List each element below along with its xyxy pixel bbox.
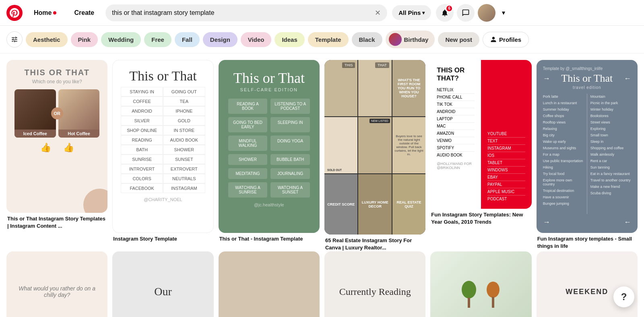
chip-video[interactable]: Video: [241, 32, 272, 47]
search-clear-icon[interactable]: ✕: [375, 8, 381, 17]
birthday-thumbnail: [389, 33, 402, 46]
chip-ideas[interactable]: Ideas: [275, 32, 304, 47]
pin-title-6: Fun Instagram story templates - Small th…: [537, 235, 638, 250]
account-chevron[interactable]: ▾: [499, 4, 508, 22]
p3-item: SLEEPING IN: [270, 117, 310, 132]
p5-row-r: YOUTUBE: [487, 130, 525, 138]
p5-row: LAPTOP: [437, 115, 475, 123]
p2-item: NEUTRALS: [163, 174, 205, 183]
filter-bar: Aesthetic Pink Wedding Free Fall Design …: [0, 26, 644, 54]
pin-image-3: This or That SELF-CARE EDITION READING A…: [219, 60, 320, 233]
filter-icon-button[interactable]: [6, 31, 23, 47]
bottom-pin-row: What would you rather do on a chilly day…: [6, 251, 638, 317]
messages-button[interactable]: [457, 4, 475, 22]
pin-image-1: THIS OR THAT Which one do you like? Iced…: [6, 60, 107, 213]
p3-grid: READING A BOOK LISTENING TO A PODCAST GO…: [228, 99, 310, 198]
bottom-pin-2[interactable]: Our: [112, 251, 213, 317]
create-label: Create: [74, 9, 94, 16]
search-input[interactable]: [112, 9, 372, 16]
pin-card-2[interactable]: This or That STAYING IN GOING OUT COFFEE…: [112, 60, 213, 243]
main-content: THIS OR THAT Which one do you like? Iced…: [0, 54, 644, 317]
p6-item: Pork latte: [543, 94, 584, 99]
pin-image-6: Template by @_smallthings_inlife → This …: [537, 60, 638, 233]
pinterest-logo[interactable]: [6, 5, 23, 21]
bottom-pin-text-1: What would you rather do on a chilly day…: [13, 285, 101, 298]
p4-grid: THIS THAT WHAT'S THE FIRST ROOM YOU RUN …: [324, 60, 425, 235]
p2-item: AUDIO BOOK: [163, 135, 205, 145]
nav-create[interactable]: Create: [68, 6, 101, 20]
p6-item: Travel to another country: [590, 177, 631, 183]
p4-cell: REAL ESTATE QUIZ: [392, 174, 425, 235]
bottom-pin-3[interactable]: [219, 251, 320, 317]
pin-card-4[interactable]: THIS THAT WHAT'S THE FIRST ROOM YOU RUN …: [324, 60, 425, 251]
p1-hot-coffee: Hot Coffee: [58, 89, 100, 138]
p2-credit: @CHARITY_NOEL: [144, 197, 182, 202]
chip-birthday[interactable]: Birthday: [386, 31, 435, 48]
help-button[interactable]: ?: [613, 286, 634, 307]
chip-free[interactable]: Free: [144, 32, 171, 47]
chip-profiles[interactable]: Profiles: [483, 32, 529, 47]
bottom-pin-4[interactable]: Currently Reading: [324, 251, 425, 317]
p6-item: Relaxing: [543, 126, 584, 132]
p6-item: Rooftop views: [543, 119, 584, 125]
chip-wedding[interactable]: Wedding: [101, 32, 141, 47]
p4-cell: THIS: [324, 60, 357, 116]
p3-item: BUBBLE BATH: [270, 154, 310, 165]
chip-aesthetic[interactable]: Aesthetic: [26, 32, 68, 47]
chip-design[interactable]: Design: [203, 32, 237, 47]
bottom-pin-image-1: What would you rather do on a chilly day…: [6, 251, 107, 317]
or-badge: OR: [51, 107, 63, 119]
p1-label-iced: Iced Coffee: [14, 130, 56, 138]
help-label: ?: [621, 291, 627, 303]
p4-cell: NEW LISTED: [358, 117, 391, 173]
bottom-pin-text-4: Currently Reading: [339, 286, 411, 297]
pin-card-3[interactable]: This or That SELF-CARE EDITION READING A…: [219, 60, 320, 243]
pin-card-1[interactable]: THIS OR THAT Which one do you like? Iced…: [6, 60, 107, 230]
chip-template[interactable]: Template: [308, 32, 349, 47]
avatar[interactable]: [478, 4, 495, 22]
p6-arrows-top: → This or That ←: [543, 72, 631, 84]
bottom-pin-5[interactable]: [430, 251, 531, 317]
p4-luxury: LUXURY HOME DECOR: [358, 200, 391, 208]
p4-tag: THAT: [375, 62, 389, 68]
person-icon: [490, 36, 497, 43]
p1-thumbs: 👍 👍: [40, 142, 74, 153]
p1-label-hot: Hot Coffee: [58, 130, 100, 138]
chip-fall[interactable]: Fall: [175, 32, 200, 47]
svg-point-0: [462, 281, 476, 298]
pin-title-2: Instagram Story Template: [112, 235, 213, 243]
p5-row: AUDIO BOOK: [437, 152, 475, 158]
pin-card-5[interactable]: THIS OR THAT? NETFLIX PHONE CALL TIK TOK…: [430, 60, 531, 226]
bottom-pin-trees: [459, 276, 503, 308]
p4-text: WHAT'S THE FIRST ROOM YOU RUN TO WHEN YO…: [392, 76, 425, 100]
p5-row-r: IOS: [487, 152, 525, 159]
all-pins-button[interactable]: All Pins ▾: [392, 5, 431, 20]
p6-item: Rent a car: [590, 158, 631, 164]
p2-item: BATH: [121, 145, 163, 154]
chip-pink[interactable]: Pink: [71, 32, 98, 47]
bottom-pin-1[interactable]: What would you rather do on a chilly day…: [6, 251, 107, 317]
chip-black[interactable]: Black: [352, 32, 382, 47]
notifications-button[interactable]: 6: [436, 4, 454, 22]
p3-title: This or That: [233, 70, 305, 86]
pin-card-6[interactable]: Template by @_smallthings_inlife → This …: [537, 60, 638, 250]
p5-row: AMAZON: [437, 130, 475, 137]
p6-header: Template by @_smallthings_inlife: [543, 66, 631, 71]
nav-home[interactable]: Home: [27, 6, 63, 20]
p6-item: Street views: [590, 119, 631, 125]
arrow-right-icon: ←: [624, 74, 631, 83]
home-label: Home: [34, 9, 52, 16]
pin-image-5: THIS OR THAT? NETFLIX PHONE CALL TIK TOK…: [430, 60, 531, 209]
p2-item: READING: [121, 135, 163, 145]
p3-item: WATCHING A SUNSET: [270, 182, 310, 198]
chevron-down-icon: ▾: [422, 10, 425, 16]
p6-item: Tropical destination: [543, 188, 584, 193]
p4-sold-tag: SOLD OUT: [326, 168, 343, 172]
pin-image-2: This or That STAYING IN GOING OUT COFFEE…: [112, 60, 213, 233]
p5-row-r: WINDOWS: [487, 167, 525, 174]
p6-item: For a map: [543, 152, 584, 157]
p6-item: Picnic in the park: [590, 100, 631, 106]
chip-new-post[interactable]: New post: [438, 32, 479, 47]
p3-item: GOING TO BED EARLY: [228, 117, 268, 132]
pin-title-5: Fun Instagram Story Templates: New Year …: [430, 211, 531, 226]
